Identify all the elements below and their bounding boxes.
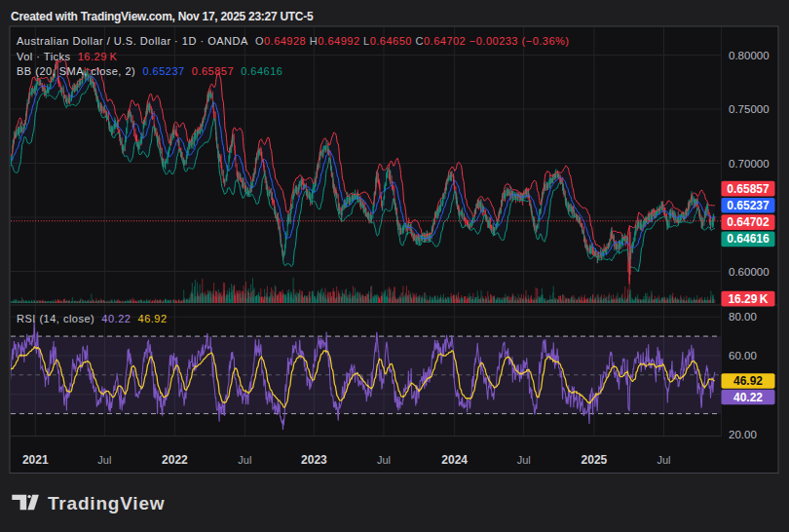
svg-text:0.64702: 0.64702	[727, 215, 770, 229]
svg-text:0.75000: 0.75000	[729, 103, 770, 115]
svg-text:16.29 K: 16.29 K	[728, 292, 768, 306]
svg-text:2024: 2024	[441, 453, 468, 467]
svg-text:2025: 2025	[582, 453, 608, 467]
svg-text:40.22: 40.22	[733, 391, 763, 404]
svg-text:Jul: Jul	[517, 454, 531, 466]
svg-text:Jul: Jul	[97, 454, 111, 466]
svg-text:Jul: Jul	[657, 454, 670, 466]
svg-text:TradingView: TradingView	[48, 493, 165, 513]
svg-text:60.00: 60.00	[729, 350, 757, 361]
svg-text:46.92: 46.92	[733, 374, 763, 388]
svg-text:0.80000: 0.80000	[729, 50, 770, 61]
svg-text:0.65857: 0.65857	[727, 182, 770, 196]
svg-text:0.70000: 0.70000	[729, 158, 770, 170]
svg-text:80.00: 80.00	[729, 311, 757, 323]
svg-text:2023: 2023	[301, 453, 327, 467]
svg-text:2022: 2022	[162, 453, 188, 467]
svg-text:0.64616: 0.64616	[727, 232, 770, 246]
svg-text:0.60000: 0.60000	[729, 266, 770, 278]
svg-text:20.00: 20.00	[729, 429, 757, 440]
svg-text:Jul: Jul	[377, 454, 391, 466]
svg-text:0.65237: 0.65237	[727, 199, 770, 212]
svg-text:2021: 2021	[22, 453, 49, 467]
svg-text:Jul: Jul	[238, 454, 251, 466]
